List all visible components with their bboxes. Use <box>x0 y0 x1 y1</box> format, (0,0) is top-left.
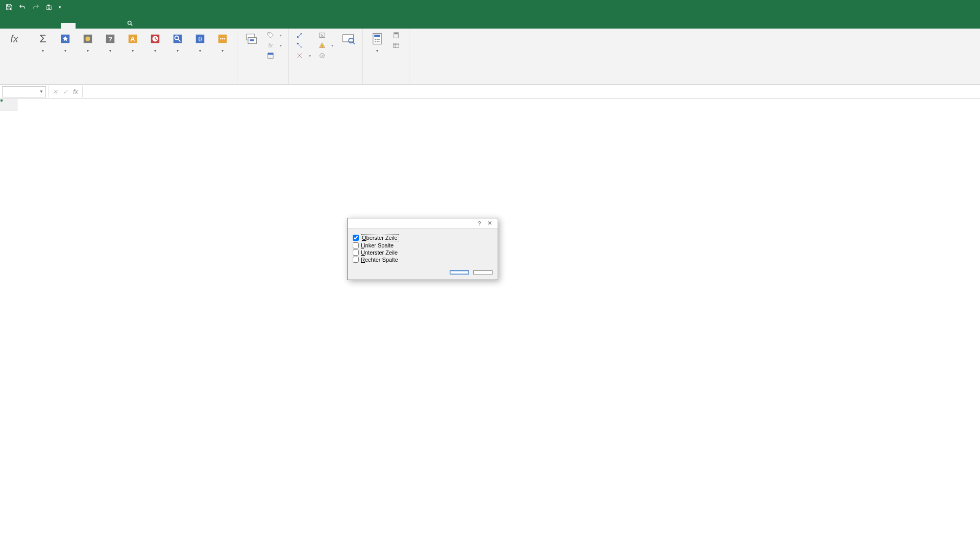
svg-point-3 <box>128 21 131 24</box>
enter-formula-button[interactable]: ✓ <box>61 87 70 96</box>
dialog-titlebar[interactable]: ? ✕ <box>348 218 498 229</box>
calculate-sheet-button[interactable] <box>390 41 404 50</box>
tab-start[interactable] <box>18 23 33 29</box>
svg-text:?: ? <box>108 35 112 43</box>
logical-button[interactable]: ?▾ <box>99 30 121 54</box>
tab-ansicht[interactable] <box>104 23 118 29</box>
checkbox-top-row[interactable]: Oberster Zeile <box>353 234 493 242</box>
svg-point-19 <box>222 38 224 40</box>
evaluate-formula-button[interactable] <box>316 51 335 60</box>
watch-window-button[interactable] <box>337 30 359 49</box>
ribbon: fx Σ▾ ▾ ▾ ?▾ A▾ ▾ ▾ θ▾ ▾ ▾ fx▾ <box>0 29 980 85</box>
error-icon: ! <box>318 41 326 49</box>
svg-rect-44 <box>395 33 398 35</box>
name-manager-button[interactable] <box>240 30 263 49</box>
trace-dep-icon <box>296 41 304 49</box>
svg-text:fx: fx <box>321 34 324 37</box>
checkbox-right-col[interactable]: Rechter Spalte <box>353 256 493 263</box>
svg-rect-45 <box>394 43 399 48</box>
tab-formeln[interactable] <box>61 23 76 29</box>
show-formulas-button[interactable]: fx <box>316 31 335 40</box>
tab-seitenlayout[interactable] <box>47 23 61 29</box>
svg-rect-26 <box>268 53 274 55</box>
star-icon <box>57 31 74 47</box>
calculator-icon <box>369 31 385 47</box>
calculate-now-button[interactable] <box>390 31 404 40</box>
more-icon <box>214 31 231 47</box>
ok-button[interactable] <box>450 270 469 274</box>
trace-dependents-button[interactable] <box>294 41 312 50</box>
svg-rect-0 <box>46 6 52 9</box>
datetime-button[interactable]: ▾ <box>144 30 166 54</box>
math-button[interactable]: θ▾ <box>189 30 211 54</box>
show-formulas-icon: fx <box>318 31 326 39</box>
cancel-formula-button[interactable]: ✕ <box>51 87 60 96</box>
name-box[interactable]: ▼ <box>2 86 46 97</box>
calc-options-button[interactable]: ▾ <box>366 30 388 54</box>
search-icon <box>127 20 133 27</box>
tell-me-search[interactable] <box>121 18 140 29</box>
theta-icon: θ <box>192 31 208 47</box>
fx-icon: fx <box>6 31 22 47</box>
trace-prec-icon <box>296 31 304 39</box>
fill-handle[interactable] <box>0 99 3 102</box>
group-label-library <box>32 82 234 84</box>
svg-text:A: A <box>130 35 135 43</box>
clock-icon <box>147 31 163 47</box>
tab-einfuegen[interactable] <box>33 23 47 29</box>
lookup-button[interactable]: ▾ <box>166 30 189 54</box>
chevron-down-icon: ▼ <box>39 89 43 94</box>
checkbox-left-col[interactable]: Linker Spalte <box>353 242 493 249</box>
column-headers[interactable] <box>17 99 980 111</box>
cancel-button[interactable] <box>473 270 493 274</box>
camera-button[interactable] <box>43 1 55 13</box>
insert-function-button[interactable]: fx <box>3 30 26 49</box>
tab-datei[interactable] <box>4 23 18 29</box>
undo-button[interactable] <box>16 1 29 13</box>
autosum-button[interactable]: Σ▾ <box>32 30 54 54</box>
checkbox-bottom-row[interactable]: Unterster Zeile <box>353 249 493 256</box>
group-label-calc <box>366 82 406 84</box>
trace-precedents-button[interactable] <box>294 31 312 40</box>
create-from-selection-button[interactable] <box>265 51 283 60</box>
help-button[interactable]: ? <box>474 220 484 227</box>
svg-text:!: ! <box>322 44 323 48</box>
save-button[interactable] <box>3 1 15 13</box>
svg-point-41 <box>377 41 378 42</box>
spreadsheet-grid[interactable] <box>0 99 980 551</box>
financial-icon <box>80 31 96 47</box>
text-button[interactable]: A▾ <box>121 30 144 54</box>
redo-button[interactable] <box>30 1 42 13</box>
tab-daten[interactable] <box>76 23 90 29</box>
svg-point-37 <box>375 39 376 40</box>
svg-point-39 <box>378 39 379 40</box>
ribbon-tabs <box>0 14 980 29</box>
calc-sheet-icon <box>392 41 400 49</box>
svg-point-38 <box>377 39 378 40</box>
recently-used-button[interactable]: ▾ <box>54 30 77 54</box>
more-functions-button[interactable]: ▾ <box>211 30 234 54</box>
svg-rect-2 <box>47 5 50 6</box>
sigma-icon: Σ <box>35 31 51 47</box>
fx-small-icon: fx <box>266 41 275 49</box>
error-checking-button[interactable]: !▾ <box>316 41 335 50</box>
fx-button[interactable]: fx <box>71 87 80 96</box>
svg-rect-36 <box>374 35 380 37</box>
svg-point-20 <box>224 38 225 40</box>
selection-icon <box>266 52 275 60</box>
create-names-dialog: ? ✕ Oberster Zeile Linker Spalte Unterst… <box>347 218 498 280</box>
titlebar: ▾ <box>0 0 980 14</box>
text-icon: A <box>125 31 141 47</box>
define-name-button[interactable]: ▾ <box>265 31 283 40</box>
svg-point-24 <box>269 34 270 35</box>
remove-arrows-icon <box>296 52 304 60</box>
watch-icon <box>340 31 356 47</box>
evaluate-icon <box>318 52 326 60</box>
financial-button[interactable]: ▾ <box>77 30 99 54</box>
qat-customize[interactable]: ▾ <box>56 1 63 13</box>
lookup-icon <box>169 31 186 47</box>
remove-arrows-button[interactable]: ▾ <box>294 51 312 60</box>
close-button[interactable]: ✕ <box>484 220 495 227</box>
group-label-names <box>240 82 285 84</box>
tab-ueberpruefen[interactable] <box>90 23 104 29</box>
